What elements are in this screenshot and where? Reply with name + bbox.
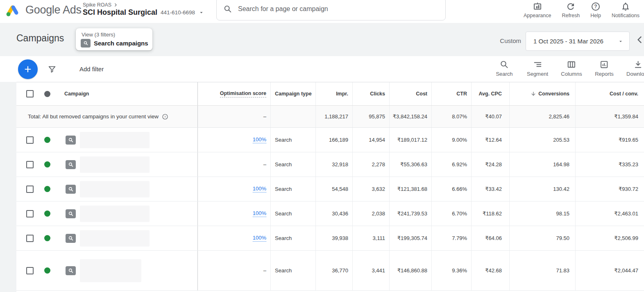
table-search-button[interactable]: Search <box>496 60 512 77</box>
search-campaign-badge-icon <box>66 136 76 145</box>
header-impressions[interactable]: Impr. <box>315 82 352 105</box>
select-all-checkbox[interactable] <box>26 90 34 97</box>
top-app-bar: Google Ads Spike ROAS SCI Hospital Surgi… <box>0 0 644 23</box>
optimisation-score-link[interactable]: 100% <box>253 235 266 242</box>
cell-clicks: 2,278 <box>352 152 389 177</box>
optimisation-score-link[interactable]: 100% <box>253 136 266 143</box>
chevron-left-icon <box>635 34 644 45</box>
table-row: – Search 36,770 3,441 ₹146,860.88 9.36% … <box>16 251 644 291</box>
header-conversions[interactable]: Conversions <box>509 82 575 105</box>
add-filter-button[interactable]: Add filter <box>48 56 104 82</box>
header-cost[interactable]: Cost <box>389 82 431 105</box>
row-checkbox[interactable] <box>26 235 34 242</box>
cell-avg-cpc: ₹118.62 <box>471 201 509 226</box>
header-optimisation-score[interactable]: Optimisation score <box>197 82 270 105</box>
header-campaign-type[interactable]: Campaign type <box>270 82 315 105</box>
columns-button[interactable]: Columns <box>561 60 582 77</box>
cell-campaign-type: Search <box>270 201 315 226</box>
row-checkbox[interactable] <box>26 161 34 168</box>
optimisation-score-link[interactable]: 100% <box>253 210 266 217</box>
cell-cost: ₹189,017.12 <box>389 128 431 152</box>
campaign-name-redacted[interactable] <box>80 206 150 222</box>
date-range-selector[interactable]: 1 Oct 2025 - 31 Mar 2026 <box>526 32 630 51</box>
breadcrumb-parent[interactable]: Spike ROAS <box>83 2 111 8</box>
date-mode-label: Custom <box>500 37 521 44</box>
collapse-panel-chevron[interactable] <box>635 34 644 45</box>
cell-campaign-type: Search <box>270 177 315 201</box>
campaign-name-redacted[interactable] <box>80 230 150 247</box>
search-icon <box>499 60 509 69</box>
cell-clicks: 3,441 <box>352 251 389 290</box>
page-title: Campaigns <box>16 33 64 44</box>
cell-conversions: 71.83 <box>509 251 575 290</box>
row-checkbox[interactable] <box>26 210 34 217</box>
cell-ctr: 6.66% <box>431 177 471 201</box>
header-campaign[interactable]: Campaign <box>55 82 197 105</box>
cell-clicks: 3,111 <box>352 226 389 250</box>
plus-icon <box>23 65 32 74</box>
refresh-button[interactable]: Refresh <box>562 2 580 18</box>
row-checkbox[interactable] <box>26 186 34 193</box>
cell-cost-per-conv: ₹919.65 <box>575 128 644 152</box>
status-column-icon[interactable] <box>44 91 50 97</box>
svg-text:?: ? <box>164 115 166 118</box>
appearance-button[interactable]: Appearance <box>524 2 551 18</box>
cell-cost: ₹199,305.74 <box>389 226 431 250</box>
page-left-margin <box>0 82 16 292</box>
google-ads-logo[interactable]: Google Ads <box>6 3 82 17</box>
cell-cost-per-conv: ₹2,044.47 <box>575 251 644 290</box>
cell-cost: ₹146,860.88 <box>389 251 431 290</box>
account-selector[interactable]: SCI Hospital Surgical 441-610-6698 <box>83 8 204 17</box>
header-clicks[interactable]: Clicks <box>352 82 389 105</box>
cell-cost-per-conv: ₹930.72 <box>575 177 644 201</box>
global-search-bar[interactable] <box>216 0 446 20</box>
table-toolbar: Add filter Search Segment Columns Report… <box>0 56 644 82</box>
cell-cost: ₹3,842,158.24 <box>389 106 431 127</box>
campaign-name-redacted[interactable] <box>80 259 141 282</box>
cell-conversions: 164.98 <box>509 152 575 177</box>
header-avg-cpc[interactable]: Avg. CPC <box>471 82 509 105</box>
search-campaign-badge-icon <box>66 160 76 169</box>
view-filters-popup[interactable]: View (3 filters) Search campaigns <box>76 28 152 50</box>
cell-avg-cpc: ₹12.64 <box>471 128 509 152</box>
row-checkbox[interactable] <box>26 267 34 274</box>
cell-impressions: 30,436 <box>315 201 352 226</box>
download-icon <box>633 60 643 69</box>
cell-conversions: 2,825.46 <box>509 106 575 127</box>
campaign-name-redacted[interactable] <box>80 156 150 173</box>
search-campaigns-badge <box>81 39 91 48</box>
campaign-name-redacted[interactable] <box>80 132 150 148</box>
svg-text:?: ? <box>594 4 597 9</box>
help-circle-icon[interactable]: ? <box>162 113 168 120</box>
table-row: 100% Search 30,436 2,038 ₹241,739.53 6.7… <box>16 201 644 226</box>
cell-avg-cpc: ₹33.42 <box>471 177 509 201</box>
caret-down-icon <box>198 9 204 16</box>
status-enabled-icon[interactable] <box>44 211 50 217</box>
campaign-name-redacted[interactable] <box>80 181 150 197</box>
status-enabled-icon[interactable] <box>44 186 50 192</box>
notifications-button[interactable]: Notifications <box>612 2 639 18</box>
segment-button[interactable]: Segment <box>527 60 548 77</box>
help-button[interactable]: ? Help <box>590 2 601 18</box>
header-cost-per-conv[interactable]: Cost / conv. <box>575 82 644 105</box>
global-search-input[interactable] <box>238 5 445 13</box>
cell-cost: ₹121,381.68 <box>389 177 431 201</box>
status-enabled-icon[interactable] <box>44 267 50 274</box>
cell-campaign-type: Search <box>270 226 315 250</box>
reports-button[interactable]: Reports <box>595 60 614 77</box>
optimisation-score-link[interactable]: 100% <box>253 186 266 192</box>
filter-funnel-icon <box>48 65 57 74</box>
cell-ctr: 6.92% <box>431 152 471 177</box>
cell-campaign-type: Search <box>270 152 315 177</box>
cell-campaign-type: Search <box>270 128 315 152</box>
create-campaign-button[interactable] <box>18 59 38 79</box>
status-enabled-icon[interactable] <box>44 161 50 168</box>
cell-clicks: 95,875 <box>352 106 389 127</box>
download-button[interactable]: Download <box>626 60 644 77</box>
status-enabled-icon[interactable] <box>44 137 50 143</box>
row-checkbox[interactable] <box>26 136 34 144</box>
appearance-icon <box>533 2 542 11</box>
status-enabled-icon[interactable] <box>44 235 50 241</box>
header-ctr[interactable]: CTR <box>431 82 471 105</box>
total-row: Total: All but removed campaigns in your… <box>16 106 644 128</box>
